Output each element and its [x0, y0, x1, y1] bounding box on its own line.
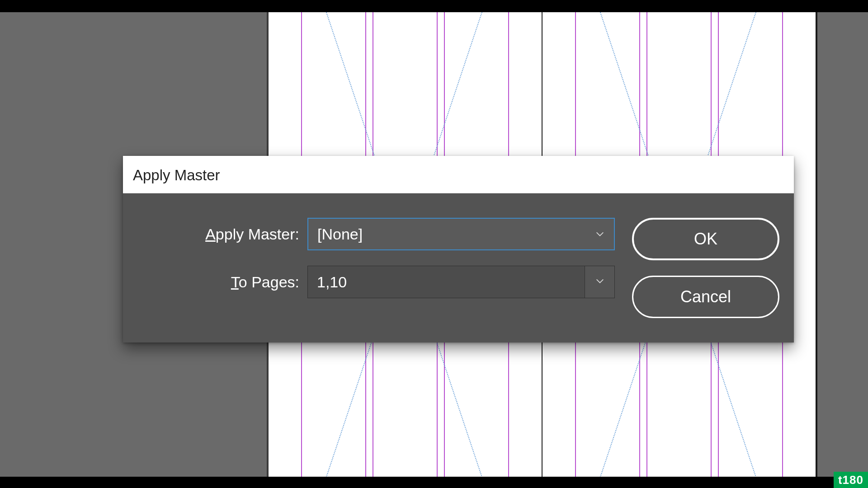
watermark-badge: t180	[834, 472, 868, 488]
ok-button[interactable]: OK	[632, 218, 779, 260]
apply-master-label: Apply Master:	[141, 225, 299, 243]
chevron-down-icon	[595, 229, 605, 239]
apply-master-dialog: Apply Master Apply Master: [None]	[123, 156, 794, 343]
chevron-down-icon	[595, 276, 605, 288]
canvas-background: Apply Master Apply Master: [None]	[0, 12, 868, 477]
cancel-button[interactable]: Cancel	[632, 276, 779, 318]
to-pages-combobox[interactable]: 1,10	[307, 266, 615, 298]
apply-master-value: [None]	[317, 225, 363, 243]
dialog-title: Apply Master	[123, 156, 794, 193]
to-pages-dropdown-button[interactable]	[585, 266, 615, 298]
to-pages-label: To Pages:	[141, 273, 299, 291]
to-pages-value[interactable]: 1,10	[307, 266, 585, 298]
apply-master-dropdown[interactable]: [None]	[307, 218, 615, 250]
